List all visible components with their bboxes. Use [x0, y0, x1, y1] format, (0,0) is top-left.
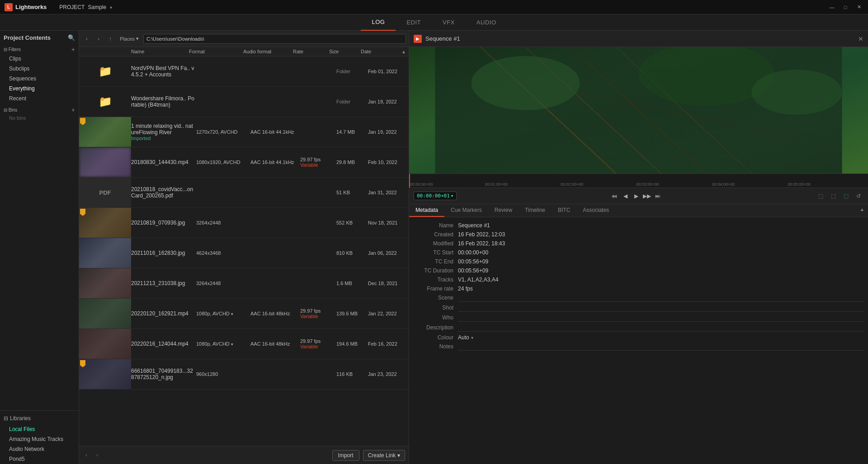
table-row[interactable]: 20211213_231038.jpg 3264x2448 1.6 MB Dec… — [79, 268, 409, 299]
tab-log[interactable]: LOG — [361, 14, 396, 31]
fb-scroll-left-button[interactable]: ‹ — [83, 452, 90, 459]
sidebar-item-recent[interactable]: Recent — [0, 94, 79, 103]
close-button[interactable]: ✕ — [854, 3, 863, 12]
fb-file-size: 29.8 MB — [336, 159, 368, 165]
sidebar-item-subclips[interactable]: Subclips — [0, 64, 79, 74]
colour-dropdown[interactable]: Auto ▾ — [458, 334, 864, 341]
meta-value-created: 16 Feb 2022, 12:03 — [458, 231, 864, 238]
transport-extra2-button[interactable]: ⬚ — [828, 191, 838, 201]
maximize-button[interactable]: □ — [841, 3, 850, 12]
meta-value-who[interactable] — [458, 314, 864, 322]
fb-col-size[interactable]: Size — [329, 49, 361, 54]
fb-file-audio: AAC 16-bit 48kHz — [250, 311, 300, 316]
tl-marker-3: 00:03:00+00 — [636, 182, 659, 187]
library-item-amazingmusic[interactable]: Amazing Music Tracks — [0, 434, 79, 444]
libraries-header[interactable]: ⊟ Libraries — [0, 412, 79, 424]
fb-col-rate[interactable]: Rate — [293, 49, 329, 54]
tl-marker-0: 00:00:00+00 — [410, 182, 433, 187]
transport-extra1-button[interactable]: ⬚ — [816, 191, 826, 201]
table-row[interactable]: PDF 20210818_covidVacc...onCard_200265.p… — [79, 178, 409, 208]
table-row[interactable]: 20211016_162830.jpg 4624x3468 810 KB Jan… — [79, 238, 409, 268]
meta-row-name: Name Sequence #1 — [413, 221, 864, 230]
minimize-button[interactable]: — — [827, 3, 836, 12]
fb-up-button[interactable]: ↑ — [105, 34, 115, 44]
metadata-collapse-icon[interactable]: ▲ — [856, 204, 868, 217]
transport-prev-button[interactable]: ◀ — [620, 191, 630, 201]
metadata-panel: Name Sequence #1 Created 16 Feb 2022, 12… — [409, 217, 868, 464]
fb-name-cell: 1 minute relaxing vid.. natureFlowing Ri… — [131, 121, 196, 143]
project-name: Sample — [88, 4, 106, 10]
fb-col-name[interactable]: Name — [131, 49, 189, 54]
transport-extra4-button[interactable]: ↺ — [854, 191, 863, 201]
search-icon[interactable]: 🔍 — [68, 34, 75, 41]
project-dropdown-icon[interactable]: ▾ — [110, 5, 112, 10]
tab-cuemarkers[interactable]: Cue Markers — [444, 204, 488, 217]
fb-name-cell: Wondershare Filmora.. Portable) (B4tman) — [131, 94, 196, 110]
table-row[interactable]: 20210819_070936.jpg 3264x2448 552 KB Nov… — [79, 208, 409, 238]
library-item-audionetwork[interactable]: Audio Network — [0, 444, 79, 454]
table-row[interactable]: 📁 NordVPN Best VPN Fa.. v4.5.2 + Account… — [79, 56, 409, 87]
right-panel: ▶ Sequence #1 ✕ — [409, 31, 868, 464]
table-row[interactable]: 66616801_70499183...32878725120_n.jpg 96… — [79, 359, 409, 389]
tab-vfx[interactable]: VFX — [432, 14, 466, 31]
tab-bitc[interactable]: BITC — [552, 204, 576, 217]
table-row[interactable]: 20220216_124044.mp4 1080p, AVCHD ▾ AAC 1… — [79, 329, 409, 359]
tab-associates[interactable]: Associates — [576, 204, 615, 217]
svg-point-9 — [752, 70, 842, 115]
fb-path-display[interactable]: C:\Users\user\Downloads\ — [143, 34, 406, 44]
meta-label-description: Description — [413, 324, 458, 331]
transport-play-button[interactable]: ▶ — [631, 191, 641, 201]
library-item-localfiles[interactable]: Local Files — [0, 424, 79, 434]
table-row[interactable]: 1 minute relaxing vid.. natureFlowing Ri… — [79, 117, 409, 147]
library-item-pond5[interactable]: Pond5 — [0, 454, 79, 464]
meta-row-notes: Notes — [413, 342, 864, 352]
sidebar-item-sequences[interactable]: Sequences — [0, 74, 79, 84]
tab-audio[interactable]: AUDIO — [466, 14, 507, 31]
tl-marker-4: 00:04:00+00 — [712, 182, 735, 187]
meta-label-tcstart: TC Start — [413, 249, 458, 256]
meta-value-notes[interactable] — [458, 343, 864, 351]
sequence-title: Sequence #1 — [425, 35, 460, 42]
tab-timeline[interactable]: Timeline — [519, 204, 552, 217]
fb-col-format[interactable]: Format — [189, 49, 243, 54]
transport-extra3-button[interactable]: ⬚ — [841, 191, 851, 201]
bins-group[interactable]: ⊟ Bins + — [0, 103, 79, 114]
tab-metadata[interactable]: Metadata — [409, 204, 444, 217]
timeline-ruler[interactable]: 00:00:00+00 00:01:00+00 00:02:00+00 00:0… — [409, 173, 868, 188]
sidebar-item-everything[interactable]: Everything — [0, 84, 79, 94]
import-button[interactable]: Import — [332, 450, 359, 461]
fb-thumb-img2 — [79, 238, 131, 268]
fb-scroll-right-button[interactable]: › — [94, 452, 101, 459]
fb-col-audio[interactable]: Audio format — [243, 49, 293, 54]
table-row[interactable]: 20220120_162921.mp4 1080p, AVCHD ▾ AAC 1… — [79, 299, 409, 329]
sidebar-item-clips[interactable]: Clips — [0, 54, 79, 64]
sidebar: Project Contents 🔍 ⊟ Filters + Clips Sub… — [0, 31, 79, 464]
meta-row-tcstart: TC Start 00:00:00+00 — [413, 248, 864, 257]
timecode-dropdown-icon[interactable]: ▾ — [451, 193, 454, 199]
tab-review[interactable]: Review — [488, 204, 519, 217]
transport-next-button[interactable]: ▶▶ — [642, 191, 652, 201]
add-filter-icon[interactable]: + — [71, 46, 75, 53]
meta-row-modified: Modified 16 Feb 2022, 18:43 — [413, 239, 864, 248]
tab-edit[interactable]: EDIT — [396, 14, 432, 31]
filters-group[interactable]: ⊟ Filters + — [0, 43, 79, 54]
fb-back-button[interactable]: ‹ — [82, 34, 92, 44]
meta-value-description[interactable] — [458, 324, 864, 332]
fb-places-dropdown[interactable]: Places ▾ — [117, 35, 142, 42]
fb-forward-button[interactable]: › — [94, 34, 104, 44]
add-bin-icon[interactable]: + — [71, 106, 75, 113]
table-row[interactable]: 📁 Wondershare Filmora.. Portable) (B4tma… — [79, 87, 409, 117]
fb-sort-indicator: ▲ — [401, 49, 409, 54]
fb-file-rate: 29.97 fps Variable — [300, 338, 336, 349]
fb-col-date[interactable]: Date — [361, 49, 401, 54]
create-link-button[interactable]: Create Link ▾ — [363, 450, 405, 461]
viewer-close-button[interactable]: ✕ — [858, 35, 863, 42]
transport-end-button[interactable]: ⏭ — [653, 191, 663, 201]
table-row[interactable]: 20180830_144430.mp4 1080x1920, AVCHD AAC… — [79, 147, 409, 178]
transport-start-button[interactable]: ⏮ — [609, 191, 619, 201]
meta-value-scene[interactable] — [458, 295, 864, 302]
fb-name-cell: 66616801_70499183...32878725120_n.jpg — [131, 366, 196, 382]
meta-value-shot[interactable] — [458, 305, 864, 312]
tl-marker-5: 00:05:00+00 — [788, 182, 810, 187]
fb-name-cell: 20211016_162830.jpg — [131, 248, 196, 258]
